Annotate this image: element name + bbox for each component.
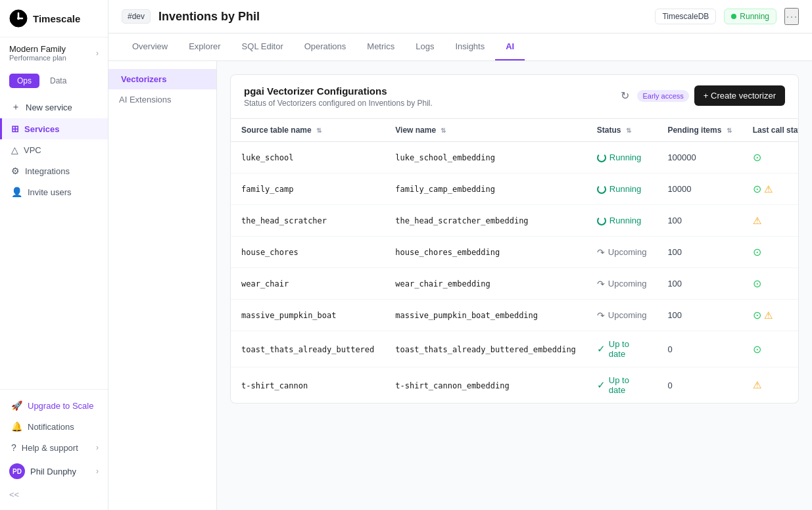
check-icon: ⊙	[753, 183, 761, 195]
vpc-nav-item[interactable]: △ VPC	[0, 139, 108, 160]
table-row: t-shirt_cannont-shirt_cannon_embedding✓U…	[231, 367, 799, 404]
help-label: Help & support	[22, 443, 78, 453]
cell-last-call-status: ⊙⚠	[742, 174, 799, 205]
tab-metrics[interactable]: Metrics	[356, 34, 405, 60]
sort-status-icon[interactable]: ⇅	[626, 127, 631, 134]
invite-users-label: Invite users	[28, 187, 71, 197]
notifications-nav-item[interactable]: 🔔 Notifications	[0, 416, 108, 437]
cell-source-name: family_camp	[231, 174, 385, 205]
invite-icon: 👤	[11, 187, 22, 197]
cell-last-call-status: ⚠	[742, 367, 799, 404]
sub-nav-vectorizers[interactable]: Vectorizers	[108, 69, 216, 89]
tab-operations[interactable]: Operations	[294, 34, 357, 60]
sort-source-icon[interactable]: ⇅	[316, 127, 322, 134]
rocket-icon: 🚀	[11, 400, 22, 411]
collapse-icon: <<	[9, 490, 19, 499]
help-chevron-icon: ›	[96, 443, 99, 452]
new-service-label: New service	[26, 103, 72, 112]
col-view-name: View name ⇅	[385, 119, 586, 142]
help-nav-item[interactable]: ? Help & support ›	[0, 437, 108, 458]
cell-source-name: toast_thats_already_buttered	[231, 331, 385, 367]
cell-pending-items: 100	[657, 268, 742, 300]
col-status: Status ⇅	[586, 119, 657, 142]
workspace-selector[interactable]: Modern Family Performance plan ›	[0, 37, 108, 68]
integrations-icon: ⚙	[11, 166, 20, 176]
content-area: Vectorizers AI Extensions pgai Vectorize…	[108, 61, 812, 510]
sub-nav-ai-extensions[interactable]: AI Extensions	[108, 89, 216, 110]
user-profile-item[interactable]: PD Phil Dunphy ›	[0, 458, 108, 484]
services-nav-item[interactable]: ⊞ Services	[0, 118, 108, 139]
spin-icon	[597, 216, 606, 225]
new-service-nav-item[interactable]: ＋ New service	[0, 96, 108, 118]
page-title: Inventions by Phil	[158, 10, 647, 24]
env-badge[interactable]: #dev	[122, 9, 151, 24]
cell-last-call-status: ⊙	[742, 331, 799, 367]
spin-icon	[597, 185, 606, 194]
db-type-badge: TimescaleDB	[655, 9, 716, 24]
data-tab[interactable]: Data	[42, 74, 74, 88]
plus-icon: ＋	[11, 101, 20, 113]
vpc-icon: △	[11, 145, 18, 155]
cell-last-call-status: ⊙⚠	[742, 300, 799, 331]
collapse-sidebar-button[interactable]: <<	[0, 484, 108, 505]
bell-icon: 🔔	[11, 421, 22, 432]
cell-view-name: the_head_scratcher_embedding	[385, 205, 586, 237]
cell-status: ↷Upcoming	[586, 268, 657, 300]
cell-status: ↷Upcoming	[586, 300, 657, 331]
check-icon: ⊙	[753, 151, 761, 164]
notifications-label: Notifications	[28, 422, 74, 432]
sidebar-tabs: Ops Data	[0, 68, 108, 93]
cell-status: Running	[586, 205, 657, 237]
uptodate-icon: ✓	[597, 343, 606, 355]
check-icon: ⊙	[753, 309, 761, 321]
cell-pending-items: 100000	[657, 142, 742, 174]
invite-users-nav-item[interactable]: 👤 Invite users	[0, 181, 108, 202]
table-row: wear_chairwear_chair_embedding↷Upcoming1…	[231, 268, 799, 300]
user-name: Phil Dunphy	[30, 467, 76, 476]
tab-ai[interactable]: AI	[495, 34, 525, 60]
create-vectorizer-button[interactable]: + Create vectorizer	[694, 85, 785, 106]
cell-view-name: house_chores_embedding	[385, 237, 586, 268]
sort-view-icon[interactable]: ⇅	[441, 127, 446, 134]
cell-last-call-status: ⊙	[742, 142, 799, 174]
tab-explorer[interactable]: Explorer	[178, 34, 231, 60]
upgrade-label: Upgrade to Scale	[28, 401, 93, 411]
tab-logs[interactable]: Logs	[405, 34, 444, 60]
table-row: house_choreshouse_chores_embedding↷Upcom…	[231, 237, 799, 268]
integrations-label: Integrations	[25, 166, 70, 176]
cell-source-name: massive_pumpkin_boat	[231, 300, 385, 331]
ops-tab[interactable]: Ops	[9, 74, 39, 88]
sort-pending-icon[interactable]: ⇅	[727, 127, 732, 134]
sidebar-nav: ＋ New service ⊞ Services △ VPC ⚙ Integra…	[0, 93, 108, 389]
warning-icon: ⚠	[764, 310, 773, 321]
cell-pending-items: 0	[657, 331, 742, 367]
services-icon: ⊞	[11, 124, 19, 134]
tab-sql-editor[interactable]: SQL Editor	[231, 34, 294, 60]
running-status-badge: Running	[724, 9, 776, 24]
cell-last-call-status: ⊙	[742, 237, 799, 268]
section-header: pgai Vectorizer Configurations Status of…	[230, 74, 799, 119]
page-header: #dev Inventions by Phil TimescaleDB Runn…	[108, 0, 812, 34]
refresh-button[interactable]: ↻	[618, 87, 632, 104]
services-label: Services	[24, 124, 60, 134]
table-row: massive_pumpkin_boatmassive_pumpkin_boat…	[231, 300, 799, 331]
table-row: toast_thats_already_butteredtoast_thats_…	[231, 331, 799, 367]
upgrade-nav-item[interactable]: 🚀 Upgrade to Scale	[0, 395, 108, 416]
cell-view-name: t-shirt_cannon_embedding	[385, 367, 586, 404]
col-last-call-status: Last call status ⇅	[742, 119, 799, 142]
cell-status: Running	[586, 174, 657, 205]
section-title: pgai Vectorizer Configurations	[244, 85, 433, 97]
upcoming-icon: ↷	[597, 247, 605, 258]
upcoming-icon: ↷	[597, 279, 605, 289]
early-access-badge: Early access	[637, 90, 688, 102]
cell-status: ✓Up to date	[586, 331, 657, 367]
tab-overview[interactable]: Overview	[122, 34, 178, 60]
cell-pending-items: 10000	[657, 174, 742, 205]
logo-text: Timescale	[33, 13, 80, 24]
cell-status: ↷Upcoming	[586, 237, 657, 268]
header-more-button[interactable]: ⋯	[784, 8, 799, 25]
cell-view-name: family_camp_embedding	[385, 174, 586, 205]
tab-insights[interactable]: Insights	[444, 34, 495, 60]
table-row: the_head_scratcherthe_head_scratcher_emb…	[231, 205, 799, 237]
integrations-nav-item[interactable]: ⚙ Integrations	[0, 160, 108, 181]
